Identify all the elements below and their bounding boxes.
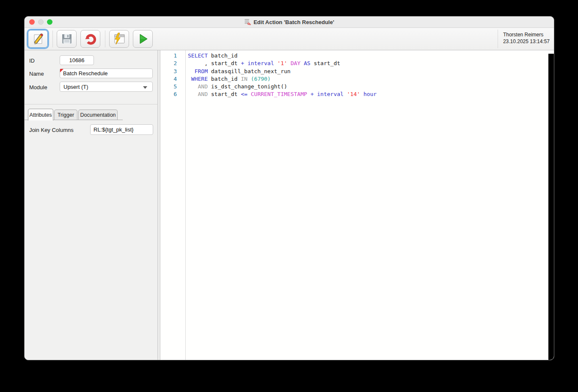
- timestamp: 23.10.2025 13:14:57: [503, 38, 550, 45]
- title-bar: Edit Action 'Batch Reschedule': [25, 16, 554, 28]
- code-token: [188, 83, 198, 90]
- undo-button[interactable]: [80, 30, 100, 48]
- properties-panel: ID Name Module Upsert (T) Attributes Tri…: [25, 50, 157, 360]
- name-label: Name: [29, 71, 44, 77]
- code-line[interactable]: FROM datasqill_batch_next_run: [188, 68, 548, 75]
- chevron-down-icon: [143, 86, 147, 89]
- code-token: batch_id: [208, 52, 237, 59]
- code-token: , start_dt: [188, 60, 241, 66]
- user-info: Thorsten Reimers 23.10.2025 13:14:57: [498, 30, 550, 48]
- code-token: [300, 60, 304, 66]
- tab-label: Documentation: [80, 112, 116, 118]
- line-number: 2: [160, 60, 177, 67]
- edit-button[interactable]: [28, 30, 48, 48]
- zoom-button[interactable]: [47, 19, 52, 25]
- code-token: is_dst_change_tonight(): [208, 83, 287, 90]
- tab-attributes[interactable]: Attributes: [28, 109, 53, 121]
- lightning-window-icon: [113, 32, 126, 46]
- line-number: 4: [160, 75, 177, 83]
- gutter: 123456: [160, 50, 186, 360]
- code-token: <=: [241, 91, 248, 97]
- code-token: start_dt: [208, 91, 241, 97]
- editor-scrollbar[interactable]: [548, 54, 554, 360]
- code-token: [307, 91, 311, 97]
- undo-arrow-icon: [84, 32, 97, 46]
- code-line[interactable]: AND is_dst_change_tonight(): [188, 83, 548, 90]
- code-token: start_dt: [311, 60, 340, 66]
- tab-bar: Attributes Trigger Documentation: [25, 109, 157, 121]
- id-field[interactable]: [60, 55, 94, 65]
- join-key-columns-field[interactable]: [90, 124, 153, 135]
- code-token: interval: [248, 60, 274, 66]
- id-label: ID: [29, 58, 35, 64]
- save-button[interactable]: [57, 30, 77, 48]
- toolbar: Thorsten Reimers 23.10.2025 13:14:57: [25, 28, 554, 50]
- tab-documentation[interactable]: Documentation: [78, 110, 118, 120]
- window-title: Edit Action 'Batch Reschedule': [253, 19, 334, 25]
- code-token: [248, 91, 251, 97]
- code-token: [248, 76, 251, 82]
- line-number: 6: [160, 90, 177, 98]
- app-window: Edit Action 'Batch Reschedule': [24, 16, 554, 360]
- code-token: [360, 91, 363, 97]
- code-token: [188, 68, 195, 74]
- pencil-icon: [31, 32, 45, 46]
- code-token: [188, 76, 191, 82]
- code-line[interactable]: , start_dt + interval '1' DAY AS start_d…: [188, 60, 548, 67]
- line-number: 5: [160, 83, 177, 90]
- join-key-columns-label: Join Key Columns: [29, 127, 74, 133]
- line-number: 3: [160, 68, 177, 75]
- code-token: SELECT: [188, 52, 208, 59]
- code-token: AND: [198, 91, 207, 97]
- close-button[interactable]: [29, 19, 35, 25]
- code-line[interactable]: WHERE batch_id IN (6790): [188, 75, 548, 83]
- code-lines[interactable]: SELECT batch_id , start_dt + interval '1…: [186, 50, 548, 360]
- code-line[interactable]: SELECT batch_id: [188, 52, 548, 60]
- panel-splitter[interactable]: [157, 50, 160, 360]
- code-token: FROM: [195, 68, 208, 74]
- code-token: interval: [317, 91, 344, 97]
- toolbar-separator: [105, 30, 105, 47]
- traffic-lights: [29, 19, 52, 25]
- user-name: Thorsten Reimers: [503, 31, 550, 38]
- tab-label: Attributes: [30, 112, 52, 118]
- save-floppy-icon: [61, 33, 73, 45]
- minimize-button[interactable]: [38, 19, 44, 25]
- code-line[interactable]: AND start_dt <= CURRENT_TIMESTAMP + inte…: [188, 90, 548, 98]
- sql-editor[interactable]: 123456 SELECT batch_id , start_dt + inte…: [160, 50, 554, 360]
- code-token: AND: [198, 83, 207, 90]
- main-area: ID Name Module Upsert (T) Attributes Tri…: [25, 50, 554, 360]
- code-token: IN: [241, 76, 248, 82]
- code-token: '1': [277, 60, 287, 66]
- window-title-group: Edit Action 'Batch Reschedule': [244, 19, 334, 25]
- name-field-wrap: [60, 69, 153, 78]
- module-label: Module: [29, 84, 47, 90]
- name-field[interactable]: [60, 69, 153, 78]
- code-token: [287, 60, 291, 66]
- play-icon: [137, 33, 149, 45]
- toolbar-separator: [52, 30, 53, 47]
- execute-button[interactable]: [109, 30, 129, 48]
- module-dropdown[interactable]: Upsert (T): [60, 82, 153, 92]
- panel-divider: [25, 104, 157, 104]
- code-token: datasqill_batch_next_run: [208, 68, 291, 74]
- run-button[interactable]: [133, 30, 153, 48]
- code-token: [344, 91, 347, 97]
- code-token: [244, 60, 248, 66]
- code-token: '14': [347, 91, 360, 97]
- tab-label: Trigger: [58, 112, 74, 118]
- tab-trigger[interactable]: Trigger: [54, 110, 77, 120]
- code-token: AS: [304, 60, 311, 66]
- code-token: DAY: [291, 60, 300, 66]
- code-token: [188, 91, 198, 97]
- code-token: batch_id: [208, 76, 241, 82]
- line-number: 1: [160, 52, 177, 60]
- module-dropdown-value: Upsert (T): [63, 84, 88, 90]
- code-token: hour: [363, 91, 377, 97]
- code-token: (6790): [251, 76, 271, 82]
- modified-marker: [60, 69, 63, 72]
- code-token: WHERE: [191, 76, 208, 82]
- code-token: CURRENT_TIMESTAMP: [251, 91, 307, 97]
- code-token: +: [241, 60, 244, 66]
- database-action-icon: [244, 19, 251, 25]
